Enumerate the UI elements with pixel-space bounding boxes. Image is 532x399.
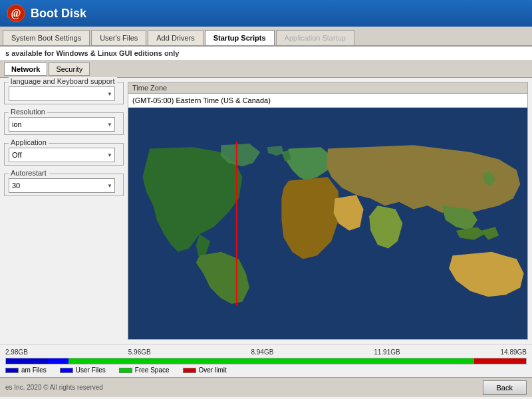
tab-system-boot[interactable]: System Boot Settings	[3, 30, 90, 45]
disk-label-0: 2.98GB	[5, 348, 28, 356]
world-map-svg	[128, 108, 527, 339]
info-bar: s available for Windows & Linux GUI edit…	[0, 47, 532, 61]
legend-free: Free Space	[119, 366, 170, 374]
tab-add-drivers[interactable]: Add Drivers	[148, 30, 203, 45]
disk-bar-track	[5, 358, 527, 364]
app-icon: @	[7, 4, 25, 23]
tab-application-startup[interactable]: Application Startup	[276, 30, 354, 45]
disk-bar-container: 2.98GB 5.96GB 8.94GB 11.91GB 14.89GB am …	[0, 344, 532, 377]
back-button[interactable]: Back	[483, 380, 527, 395]
resolution-select-wrapper: ion	[9, 117, 115, 132]
disk-label-4: 14.89GB	[501, 348, 527, 356]
main-content: language and Keyboard support Resolution…	[0, 78, 532, 344]
tab-users-files[interactable]: User's Files	[91, 30, 146, 45]
world-map[interactable]	[128, 108, 527, 339]
legend-over-color	[183, 368, 196, 373]
reboot-select[interactable]: 30	[9, 178, 115, 193]
legend-free-color	[119, 368, 132, 373]
application-group: Application Off	[4, 143, 124, 166]
svg-text:@: @	[11, 7, 21, 19]
legend-system: am Files	[5, 366, 47, 374]
resolution-label: Resolution	[9, 108, 47, 116]
legend-user-color	[60, 368, 73, 373]
sub-tab-security[interactable]: Security	[49, 63, 90, 76]
language-select[interactable]	[9, 86, 115, 101]
copyright-text: es Inc. 2020 © All rights reserved	[5, 384, 103, 391]
reboot-group: Autorestart 30	[4, 174, 124, 196]
disk-label-3: 11.91GB	[374, 348, 400, 356]
application-select[interactable]: Off	[9, 148, 115, 162]
legend-over: Over limit	[183, 366, 227, 374]
language-label: language and Keyboard support	[9, 77, 117, 85]
legend-free-label: Free Space	[135, 366, 170, 374]
reboot-label: Autorestart	[9, 169, 49, 177]
legend-user-label: User Files	[76, 366, 106, 374]
disk-segment-free	[68, 358, 474, 364]
application-select-wrapper: Off	[9, 148, 115, 162]
disk-labels: 2.98GB 5.96GB 8.94GB 11.91GB 14.89GB	[5, 348, 527, 356]
disk-label-1: 5.96GB	[128, 348, 151, 356]
resolution-group: Resolution ion	[4, 112, 124, 135]
language-select-wrapper	[9, 86, 115, 101]
legend-user: User Files	[60, 366, 106, 374]
sub-tab-network[interactable]: Network	[4, 63, 47, 76]
legend-over-label: Over limit	[199, 366, 227, 374]
legend-system-label: am Files	[21, 366, 47, 374]
disk-label-2: 8.94GB	[251, 348, 273, 356]
resolution-select[interactable]: ion	[9, 117, 115, 132]
application-label: Application	[9, 138, 49, 146]
disk-segment-over	[474, 358, 526, 364]
disk-legend: am Files User Files Free Space Over limi…	[5, 366, 527, 374]
timezone-panel: Time Zone (GMT-05:00) Eastern Time (US &…	[128, 82, 528, 340]
app-title: Boot Disk	[31, 7, 86, 21]
sub-tab-bar: Network Security	[0, 61, 532, 78]
timezone-value: (GMT-05:00) Eastern Time (US & Canada)	[128, 94, 527, 108]
disk-segment-user	[48, 358, 68, 364]
title-bar: @ Boot Disk	[0, 0, 532, 27]
tab-bar: System Boot Settings User's Files Add Dr…	[0, 27, 532, 47]
reboot-select-wrapper: 30	[9, 178, 115, 193]
disk-segment-system	[6, 358, 48, 364]
timezone-title: Time Zone	[128, 82, 527, 94]
legend-system-color	[5, 368, 19, 373]
left-panel: language and Keyboard support Resolution…	[4, 82, 124, 340]
footer: es Inc. 2020 © All rights reserved Back	[0, 377, 532, 397]
tab-startup-scripts[interactable]: Startup Scripts	[205, 30, 275, 45]
language-group: language and Keyboard support	[4, 82, 124, 104]
